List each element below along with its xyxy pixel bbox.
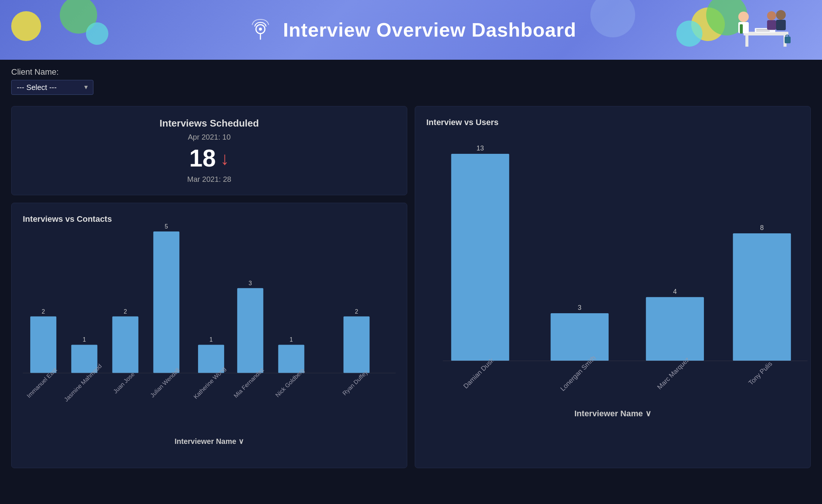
svg-point-8 bbox=[738, 12, 749, 22]
svg-rect-19 bbox=[551, 313, 609, 361]
svg-text:Interviewer Name ∨: Interviewer Name ∨ bbox=[574, 409, 651, 418]
svg-text:2: 2 bbox=[355, 308, 358, 315]
svg-rect-25 bbox=[733, 233, 791, 361]
svg-rect-12 bbox=[776, 20, 786, 30]
scheduled-main-value: 18 ↓ bbox=[189, 144, 229, 172]
svg-point-13 bbox=[767, 11, 776, 20]
contacts-card: Interviews vs Contacts 2 Immanuel East 1… bbox=[11, 203, 407, 468]
svg-text:3: 3 bbox=[578, 304, 581, 311]
svg-text:1: 1 bbox=[210, 336, 213, 343]
svg-text:Tony Pulis: Tony Pulis bbox=[747, 360, 773, 386]
svg-text:Interviewer Name ∨: Interviewer Name ∨ bbox=[174, 437, 244, 445]
svg-rect-3 bbox=[745, 35, 748, 47]
client-select-wrapper[interactable]: --- Select --- ▼ bbox=[11, 80, 93, 95]
svg-point-11 bbox=[776, 10, 786, 20]
svg-text:Juan Jose: Juan Jose bbox=[112, 371, 136, 395]
svg-rect-30 bbox=[30, 317, 56, 373]
location-pin-icon bbox=[245, 15, 275, 45]
scheduled-number: 18 bbox=[189, 144, 216, 172]
svg-text:1: 1 bbox=[290, 336, 293, 343]
scheduled-title: Interviews Scheduled bbox=[160, 118, 259, 129]
svg-rect-51 bbox=[343, 317, 370, 373]
main-content: Interviews Scheduled Apr 2021: 10 18 ↓ M… bbox=[0, 99, 822, 476]
svg-text:8: 8 bbox=[760, 224, 764, 231]
header-title: Interview Overview Dashboard bbox=[283, 19, 576, 41]
svg-text:2: 2 bbox=[124, 308, 127, 315]
svg-rect-15 bbox=[785, 37, 791, 43]
scheduled-prev-period: Mar 2021: 28 bbox=[187, 175, 231, 184]
users-chart-title: Interview vs Users bbox=[426, 118, 799, 127]
svg-rect-36 bbox=[112, 317, 139, 373]
svg-text:5: 5 bbox=[165, 223, 168, 230]
svg-rect-45 bbox=[237, 288, 263, 373]
svg-point-1 bbox=[259, 28, 262, 31]
contacts-chart-container: 2 Immanuel East 1 Jasmine Mahmood 2 Juan… bbox=[23, 231, 396, 457]
contacts-chart-title: Interviews vs Contacts bbox=[23, 214, 396, 224]
header-illustration bbox=[732, 4, 792, 57]
scheduled-card: Interviews Scheduled Apr 2021: 10 18 ↓ M… bbox=[11, 106, 407, 195]
svg-rect-14 bbox=[767, 20, 776, 30]
svg-rect-10 bbox=[740, 24, 743, 34]
down-trend-icon: ↓ bbox=[220, 148, 229, 169]
svg-text:Damian Dusk: Damian Dusk bbox=[462, 357, 495, 390]
client-select[interactable]: --- Select --- bbox=[11, 80, 93, 95]
users-card: Interview vs Users 13 Damian Dusk 3 Lone… bbox=[415, 106, 811, 468]
users-bar-chart: 13 Damian Dusk 3 Lonergan Smith 4 Marc M… bbox=[426, 135, 799, 424]
users-chart-container: 13 Damian Dusk 3 Lonergan Smith 4 Marc M… bbox=[426, 135, 799, 426]
svg-rect-22 bbox=[646, 297, 704, 361]
svg-text:3: 3 bbox=[248, 280, 252, 286]
contacts-bar-chart: 2 Immanuel East 1 Jasmine Mahmood 2 Juan… bbox=[23, 231, 396, 455]
scheduled-current-period: Apr 2021: 10 bbox=[188, 133, 231, 141]
header-logo-area: Interview Overview Dashboard bbox=[245, 15, 576, 45]
svg-text:13: 13 bbox=[476, 144, 484, 152]
svg-text:2: 2 bbox=[41, 308, 45, 315]
header: Interview Overview Dashboard bbox=[0, 0, 822, 60]
svg-text:1: 1 bbox=[83, 336, 86, 343]
controls-bar: Client Name: --- Select --- ▼ bbox=[0, 60, 822, 99]
svg-text:4: 4 bbox=[673, 288, 677, 295]
svg-rect-39 bbox=[153, 231, 179, 373]
client-name-label: Client Name: bbox=[11, 67, 811, 77]
svg-rect-16 bbox=[451, 154, 509, 361]
